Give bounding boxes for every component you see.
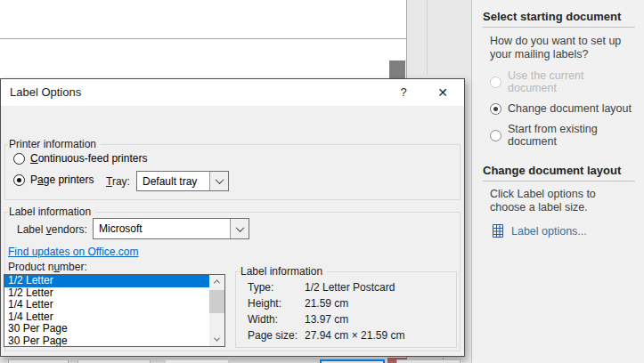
label-info-panel-title: Label information <box>240 265 327 278</box>
list-item[interactable]: 1/2 Letter <box>4 275 209 287</box>
radio-continuous-feed-printers[interactable]: Continuous-feed printers <box>13 152 147 165</box>
scroll-down-icon[interactable] <box>209 333 224 346</box>
table-icon <box>492 224 504 238</box>
dialog-title: Label Options <box>10 79 81 106</box>
list-item[interactable]: 1/4 Letter <box>4 311 209 324</box>
tray-label: Tray: <box>106 175 130 188</box>
pane-heading-select-starting-document: Select starting document <box>483 5 635 28</box>
close-icon[interactable]: ✕ <box>428 79 457 106</box>
list-item[interactable]: 1/4 Letter <box>4 299 209 311</box>
list-scrollbar[interactable] <box>209 275 224 346</box>
pane-radio-label: Use the current document <box>508 69 635 94</box>
mail-merge-task-pane: Select starting document How do you want… <box>471 0 644 363</box>
scrollbar-thumb[interactable] <box>209 290 224 313</box>
info-row-width: Width: 13.97 cm <box>248 313 348 326</box>
pane-question: How do you want to set up your mailing l… <box>490 35 631 61</box>
table-handle <box>389 60 405 78</box>
product-number-label: Product number: <box>8 261 87 273</box>
pane-radio-start-from-existing[interactable]: Start from existing document <box>490 123 635 148</box>
radio-icon <box>13 153 25 165</box>
list-item[interactable]: 30 Per Page <box>4 335 209 347</box>
chevron-down-icon <box>209 172 228 190</box>
chevron-down-icon <box>230 219 249 238</box>
label-options-link-text: Label options... <box>511 225 587 238</box>
pane-radio-label: Change document layout <box>508 102 632 115</box>
dialog-titlebar[interactable]: Label Options ? ✕ <box>1 79 464 106</box>
cancel-button[interactable]: Cancel <box>396 359 461 363</box>
find-updates-link[interactable]: Find updates on Office.com <box>8 246 139 258</box>
radio-icon <box>490 103 501 115</box>
pane-heading-change-document-layout: Change document layout <box>483 159 635 182</box>
help-icon[interactable]: ? <box>391 79 416 106</box>
pane-radio-change-document-layout[interactable]: Change document layout <box>490 102 635 115</box>
radio-icon <box>490 77 501 88</box>
info-row-page-size: Page size: 27.94 cm × 21.59 cm <box>248 329 404 342</box>
printer-group-title: Printer information <box>8 138 101 150</box>
label-vendors-dropdown[interactable]: Microsoft <box>93 218 249 239</box>
radio-icon <box>13 174 25 186</box>
radio-label: Page printers <box>30 173 94 186</box>
radio-page-printers[interactable]: Page printers <box>13 173 94 186</box>
radio-label: Continuous-feed printers <box>30 152 147 165</box>
details-button[interactable]: Details... <box>8 359 69 363</box>
pane-radio-use-current-document[interactable]: Use the current document <box>490 69 635 94</box>
delete-button[interactable]: Delete <box>165 359 229 363</box>
tray-dropdown[interactable]: Default tray <box>136 171 229 191</box>
page-border-line <box>0 38 406 39</box>
ok-button[interactable]: OK <box>320 359 385 363</box>
pane-description: Click Label options to choose a label si… <box>490 188 634 214</box>
word-mail-merge-screen: Select starting document How do you want… <box>0 0 644 363</box>
label-options-dialog: Label Options ? ✕ Printer information Co… <box>0 78 465 357</box>
pane-radio-label: Start from existing document <box>508 123 635 148</box>
scroll-up-icon[interactable] <box>209 275 224 288</box>
label-options-link[interactable]: Label options... <box>492 224 635 238</box>
info-row-height: Height: 21.59 cm <box>248 297 348 310</box>
list-item[interactable]: 1/2 Letter <box>4 287 209 300</box>
list-item[interactable]: 30 Per Page <box>4 323 209 335</box>
info-row-type: Type: 1/2 Letter Postcard <box>248 281 395 294</box>
dialog-body: Printer information Continuous-feed prin… <box>1 106 464 356</box>
label-group-title: Label information <box>8 206 95 218</box>
tray-dropdown-value: Default tray <box>137 175 209 188</box>
label-vendors-value: Microsoft <box>94 222 230 235</box>
new-label-button[interactable]: New Label... <box>77 359 151 363</box>
radio-icon <box>490 130 501 141</box>
document-edge-line <box>427 0 428 75</box>
label-info-panel: Label information Type: 1/2 Letter Postc… <box>235 271 457 348</box>
label-vendors-label: Label vendors: <box>17 223 87 236</box>
product-number-listbox: 1/2 Letter 1/2 Letter 1/4 Letter 1/4 Let… <box>4 274 225 347</box>
